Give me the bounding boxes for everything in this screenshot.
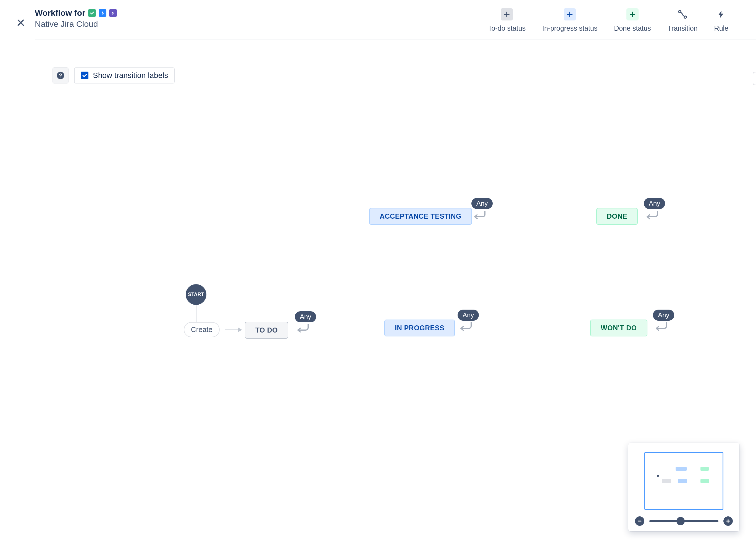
minimap-node — [676, 467, 687, 471]
minimap-viewport[interactable] — [644, 452, 723, 510]
return-arrow-icon — [459, 321, 473, 332]
minimap-node — [678, 479, 687, 483]
start-node[interactable]: START — [186, 284, 206, 305]
zoom-out-button[interactable] — [635, 516, 644, 526]
zoom-slider-thumb[interactable] — [676, 517, 685, 525]
any-transition-badge[interactable]: Any — [295, 311, 316, 322]
zoom-controls — [635, 516, 733, 526]
zoom-slider[interactable] — [649, 520, 718, 522]
status-wont-do[interactable]: WON'T DO — [590, 320, 647, 337]
return-arrow-icon — [654, 321, 668, 332]
minimap-node — [662, 479, 671, 483]
return-arrow-icon — [645, 209, 659, 220]
any-transition-badge[interactable]: Any — [471, 198, 493, 209]
connector-arrow — [225, 330, 241, 330]
minimap — [628, 443, 739, 531]
status-acceptance-testing[interactable]: ACCEPTANCE TESTING — [369, 208, 472, 225]
minimap-start-dot — [657, 475, 659, 477]
connector — [196, 305, 196, 322]
status-in-progress[interactable]: IN PROGRESS — [384, 320, 455, 337]
zoom-in-button[interactable] — [723, 516, 733, 526]
plus-icon — [726, 519, 731, 524]
minimap-node — [700, 479, 709, 483]
any-transition-badge[interactable]: Any — [458, 310, 479, 321]
return-arrow-icon — [296, 323, 309, 334]
return-arrow-icon — [473, 209, 486, 220]
minus-icon — [637, 519, 642, 524]
status-done[interactable]: DONE — [596, 208, 638, 225]
any-transition-badge[interactable]: Any — [653, 310, 674, 321]
minimap-node — [700, 467, 709, 471]
status-todo[interactable]: TO DO — [245, 322, 288, 339]
create-transition-label[interactable]: Create — [184, 322, 220, 337]
any-transition-badge[interactable]: Any — [644, 198, 665, 209]
